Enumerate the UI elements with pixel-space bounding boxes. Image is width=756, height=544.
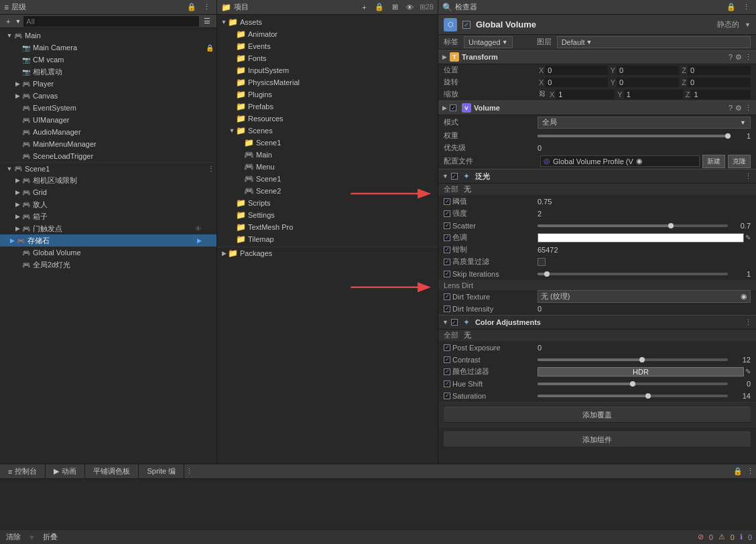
- clamp-value-text[interactable]: 65472: [538, 246, 558, 254]
- project-item-scripts[interactable]: 📁 Scripts: [217, 197, 438, 209]
- color-adj-hue-shift-track[interactable]: [538, 383, 728, 385]
- hq-filter-checkbox[interactable]: [444, 259, 450, 265]
- hierarchy-item-main-camera[interactable]: 📷 Main Camera 🔒: [0, 42, 216, 54]
- bottom-tab-sprite[interactable]: Sprite 编: [139, 464, 184, 479]
- hq-filter-checkbox-visual[interactable]: [538, 258, 546, 266]
- project-item-events[interactable]: 📁 Events: [217, 40, 438, 52]
- scale-y-val[interactable]: 1: [624, 90, 683, 99]
- volume-mode-dropdown[interactable]: 全局 ▼: [538, 117, 751, 129]
- project-item-plugins[interactable]: 📁 Plugins: [217, 88, 438, 100]
- color-filter-checkbox[interactable]: [444, 368, 450, 375]
- project-item-scene1-sub[interactable]: 🎮 Scene1: [217, 173, 438, 185]
- project-item-animator[interactable]: 📁 Animator: [217, 28, 438, 40]
- hierarchy-item-save-stone[interactable]: ▶ 🎮 存储石 ▶: [0, 234, 216, 247]
- bloom-skip-iter-track[interactable]: [538, 273, 728, 275]
- collapse-btn[interactable]: 折叠: [41, 531, 60, 543]
- post-exp-value-text[interactable]: 0: [538, 344, 542, 352]
- layer-dropdown[interactable]: Default ▼: [557, 36, 751, 48]
- dirt-tex-checkbox[interactable]: [444, 293, 450, 300]
- dirt-int-value-text[interactable]: 0: [538, 305, 542, 313]
- post-exp-checkbox[interactable]: [444, 344, 450, 351]
- hierarchy-search-input[interactable]: [23, 16, 199, 27]
- color-adj-saturation-track[interactable]: [538, 395, 728, 397]
- scale-x-val[interactable]: 1: [556, 90, 615, 99]
- bottom-panel-lock-btn[interactable]: 🔒: [731, 466, 745, 476]
- project-item-packages[interactable]: ▶ 📁 Packages: [217, 247, 438, 259]
- hierarchy-more-btn[interactable]: ⋮: [201, 2, 212, 12]
- profile-new-btn[interactable]: 新建: [702, 155, 725, 168]
- hierarchy-item-global-2d-light[interactable]: 🎮 全局2d灯光: [0, 259, 216, 271]
- bloom-active-checkbox[interactable]: [451, 173, 458, 180]
- volume-priority-value[interactable]: 0: [538, 144, 542, 152]
- skip-iter-checkbox[interactable]: [444, 271, 450, 277]
- inspector-more-btn[interactable]: ⋮: [741, 2, 752, 12]
- project-assets-root[interactable]: ▼ 📁 Assets: [217, 16, 438, 28]
- hierarchy-add-btn[interactable]: +: [4, 17, 12, 26]
- project-item-scene2[interactable]: 🎮 Scene2: [217, 185, 438, 197]
- profile-clone-btn[interactable]: 克隆: [728, 155, 751, 168]
- project-lock-btn[interactable]: 🔒: [373, 2, 386, 12]
- hierarchy-item-camera-shake[interactable]: 📷 相机震动: [0, 66, 216, 78]
- color-filter-hdr-box[interactable]: HDR: [538, 367, 744, 377]
- hierarchy-item-scene-load-trigger[interactable]: 🎮 SceneLoadTrigger: [0, 150, 216, 162]
- project-item-physics-material[interactable]: 📁 PhysicsMaterial: [217, 76, 438, 88]
- saturation-checkbox[interactable]: [444, 393, 450, 399]
- hierarchy-item-audio-manager[interactable]: 🎮 AudioManager: [0, 126, 216, 138]
- hierarchy-filter-btn[interactable]: ☰: [202, 16, 212, 26]
- add-component-button[interactable]: 添加组件: [444, 431, 751, 448]
- project-item-settings[interactable]: 📁 Settings: [217, 209, 438, 221]
- color-adj-section-header[interactable]: ▼ ✦ Color Adjustments ⋮: [438, 315, 756, 330]
- hue-shift-checkbox[interactable]: [444, 381, 450, 387]
- intensity-checkbox[interactable]: [444, 210, 450, 217]
- bottom-tab-animation[interactable]: ▶ 动画: [46, 464, 85, 479]
- inspector-lock-btn[interactable]: 🔒: [724, 2, 738, 12]
- tint-checkbox[interactable]: [444, 234, 450, 241]
- project-item-prefabs[interactable]: 📁 Prefabs: [217, 100, 438, 113]
- add-overlay-button[interactable]: 添加覆盖: [444, 407, 751, 423]
- hierarchy-item-canvas[interactable]: ▶ 🎮 Canvas: [0, 90, 216, 102]
- scale-z-val[interactable]: 1: [691, 90, 751, 99]
- hierarchy-item-cm-vcam[interactable]: 📷 CM vcam: [0, 54, 216, 66]
- hierarchy-item-door-trigger[interactable]: 👁 ▶ 🎮 门触发点: [0, 222, 216, 234]
- project-item-main-scene[interactable]: 🎮 Main: [217, 149, 438, 161]
- project-item-resources[interactable]: 📁 Resources: [217, 113, 438, 125]
- project-layout-btn[interactable]: ⊞: [390, 2, 400, 12]
- position-z-val[interactable]: 0: [688, 66, 751, 75]
- hierarchy-item-main-menu-manager[interactable]: 🎮 MainMenuManager: [0, 138, 216, 150]
- contrast-checkbox[interactable]: [444, 356, 450, 363]
- bottom-tabs-more[interactable]: ⋮: [186, 467, 193, 476]
- color-adj-contrast-track[interactable]: [538, 358, 728, 361]
- hierarchy-item-ui-manager[interactable]: 🎮 UIManager: [0, 114, 216, 126]
- project-add-btn[interactable]: +: [360, 3, 368, 12]
- volume-weight-slider[interactable]: [538, 135, 731, 137]
- project-item-tilemap[interactable]: 📁 Tilemap: [217, 233, 438, 245]
- threshold-value-text[interactable]: 0.75: [538, 198, 552, 206]
- hierarchy-item-event-system[interactable]: 🎮 EventSystem: [0, 102, 216, 114]
- color-adj-active-checkbox[interactable]: [451, 319, 458, 326]
- project-item-menu-scene[interactable]: 🎮 Menu: [217, 161, 438, 173]
- project-item-scenes[interactable]: ▼ 📁 Scenes: [217, 125, 438, 137]
- hierarchy-item-box[interactable]: ▶ 🎮 箱子: [0, 210, 216, 222]
- hierarchy-item-enemy[interactable]: ▶ 🎮 敌人: [0, 198, 216, 210]
- volume-active-checkbox[interactable]: [450, 105, 456, 111]
- rotation-z-val[interactable]: 0: [688, 78, 751, 87]
- bloom-section-header[interactable]: ▼ ✦ 泛光 ⋮: [438, 169, 756, 184]
- clamp-checkbox[interactable]: [444, 247, 450, 253]
- bloom-scatter-track[interactable]: [538, 224, 728, 227]
- project-eye-btn[interactable]: 👁: [404, 3, 416, 12]
- project-item-fonts[interactable]: 📁 Fonts: [217, 52, 438, 64]
- threshold-checkbox[interactable]: [444, 198, 450, 205]
- hierarchy-item-scene1[interactable]: ▼ 🎮 Scene1 ⋮: [0, 162, 216, 174]
- transform-component-header[interactable]: ▶ T Transform ? ⚙ ⋮: [438, 50, 756, 64]
- hierarchy-item-global-volume[interactable]: 🎮 Global Volume: [0, 247, 216, 259]
- bloom-tint-color-box[interactable]: [538, 233, 744, 243]
- volume-component-header[interactable]: ▶ V Volume ? ⚙ ⋮: [438, 100, 756, 115]
- rotation-x-val[interactable]: 0: [545, 78, 607, 87]
- inspector-active-checkbox[interactable]: [462, 21, 470, 29]
- intensity-value-text[interactable]: 2: [538, 210, 542, 218]
- project-item-textmesh-pro[interactable]: 📁 TextMesh Pro: [217, 221, 438, 233]
- hierarchy-item-grid[interactable]: ▶ 🎮 Grid: [0, 186, 216, 198]
- hierarchy-item-main[interactable]: ▼ 🎮 Main: [0, 29, 216, 42]
- scene1-more-btn[interactable]: ⋮: [206, 164, 216, 173]
- rotation-y-val[interactable]: 0: [617, 78, 679, 87]
